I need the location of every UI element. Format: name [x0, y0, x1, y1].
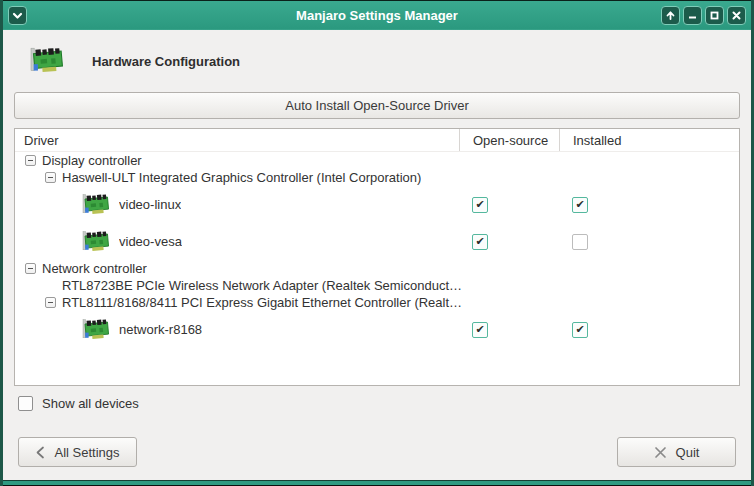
pci-card-icon [28, 45, 66, 77]
content-area: Hardware Configuration Auto Install Open… [3, 30, 751, 480]
pci-card-icon [81, 317, 111, 343]
installed-checkbox[interactable] [572, 197, 588, 213]
table-header: Driver Open-source Installed [15, 129, 739, 152]
show-all-devices-row: Show all devices [14, 395, 740, 411]
tree-row-network-controller[interactable]: Network controller [15, 260, 739, 277]
tree-row-network-r8168[interactable]: network-r8168 [15, 311, 739, 348]
quit-label: Quit [676, 445, 700, 460]
open-source-checkbox[interactable] [472, 322, 488, 338]
window-bottom-border [3, 480, 751, 486]
arrow-up-icon [665, 10, 676, 21]
tree-row-label: network-r8168 [119, 322, 202, 337]
tree-row-label: RTL8723BE PCIe Wireless Network Adapter … [62, 278, 462, 293]
close-x-icon [654, 446, 667, 459]
window-title: Manjaro Settings Manager [296, 1, 458, 31]
minimize-button[interactable] [683, 6, 702, 25]
maximize-icon [709, 10, 720, 21]
shade-button[interactable] [661, 6, 680, 25]
quit-button[interactable]: Quit [617, 437, 736, 467]
column-header-installed[interactable]: Installed [559, 129, 739, 151]
tree-row-label: video-vesa [119, 234, 182, 249]
driver-tree-table: Driver Open-source Installed Display con… [14, 128, 740, 386]
show-all-devices-checkbox[interactable] [18, 396, 33, 411]
show-all-devices-label: Show all devices [42, 396, 139, 411]
installed-checkbox[interactable] [572, 234, 588, 250]
tree-row-label: Network controller [42, 261, 147, 276]
footer-buttons: All Settings Quit [14, 437, 740, 467]
collapse-expander-icon[interactable] [45, 297, 56, 308]
collapse-expander-icon[interactable] [45, 172, 56, 183]
close-icon [731, 10, 742, 21]
tree-row-label: video-linux [119, 197, 181, 212]
minimize-icon [687, 10, 698, 21]
all-settings-button[interactable]: All Settings [18, 437, 137, 467]
collapse-expander-icon[interactable] [25, 263, 36, 274]
open-source-checkbox[interactable] [472, 197, 488, 213]
tree-row-haswell-ult[interactable]: Haswell-ULT Integrated Graphics Controll… [15, 169, 739, 186]
tree-row-label: RTL8111/8168/8411 PCI Express Gigabit Et… [62, 295, 462, 310]
installed-checkbox[interactable] [572, 322, 588, 338]
tree-row-rtl8723be[interactable]: RTL8723BE PCIe Wireless Network Adapter … [15, 277, 739, 294]
page-header: Hardware Configuration [14, 40, 740, 82]
tree-row-video-vesa[interactable]: video-vesa [15, 223, 739, 260]
tree-row-rtl8111[interactable]: RTL8111/8168/8411 PCI Express Gigabit Et… [15, 294, 739, 311]
maximize-button[interactable] [705, 6, 724, 25]
close-button[interactable] [727, 6, 746, 25]
all-settings-label: All Settings [54, 445, 119, 460]
window-controls [661, 6, 746, 25]
column-header-open-source[interactable]: Open-source [459, 129, 559, 151]
pci-card-icon [81, 229, 111, 255]
column-header-driver[interactable]: Driver [15, 129, 459, 151]
tree-row-video-linux[interactable]: video-linux [15, 186, 739, 223]
manjaro-settings-window: Manjaro Settings Manager [0, 0, 754, 486]
chevron-left-icon [35, 446, 45, 459]
chevron-down-icon [12, 10, 23, 21]
auto-install-button[interactable]: Auto Install Open-Source Driver [14, 92, 740, 119]
titlebar: Manjaro Settings Manager [3, 0, 751, 30]
tree-row-display-controller[interactable]: Display controller [15, 152, 739, 169]
window-menu-button[interactable] [8, 6, 27, 25]
open-source-checkbox[interactable] [472, 234, 488, 250]
pci-card-icon [81, 192, 111, 218]
tree-row-label: Haswell-ULT Integrated Graphics Controll… [62, 170, 421, 185]
page-title: Hardware Configuration [92, 54, 240, 69]
tree-row-label: Display controller [42, 153, 142, 168]
collapse-expander-icon[interactable] [25, 155, 36, 166]
